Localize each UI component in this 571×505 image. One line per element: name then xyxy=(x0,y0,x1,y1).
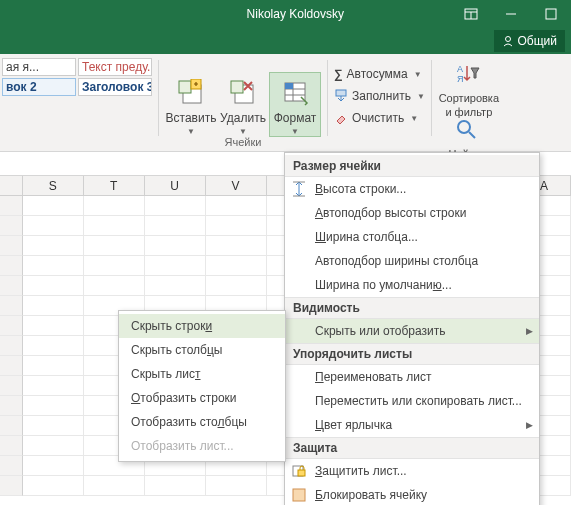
eraser-icon xyxy=(334,111,348,125)
title-bar: Nikolay Koldovsky xyxy=(0,0,571,28)
fill-button[interactable]: Заполнить ▼ xyxy=(334,86,425,106)
dropdown-arrow-icon: ▼ xyxy=(414,70,422,79)
hide-unhide-submenu: Скрыть строки Скрыть столбцы Скрыть лист… xyxy=(118,310,286,462)
cells-group-label: Ячейки xyxy=(225,136,262,148)
svg-rect-10 xyxy=(231,81,243,93)
svg-rect-25 xyxy=(293,489,305,501)
hide-unhide-item[interactable]: Скрыть или отобразить ▶ xyxy=(285,319,539,343)
insert-icon xyxy=(175,77,207,109)
style-cell[interactable]: вок 2 xyxy=(2,78,76,96)
share-button[interactable]: Общий xyxy=(494,30,566,52)
menu-group-title: Защита xyxy=(285,437,539,459)
autosum-button[interactable]: ∑ Автосумма ▼ xyxy=(334,64,422,84)
unhide-columns-item[interactable]: Отобразить столбцы xyxy=(119,410,285,434)
row-height-item[interactable]: Высота строки... xyxy=(285,177,539,201)
dropdown-arrow-icon: ▼ xyxy=(291,127,299,136)
style-cell[interactable]: Текст преду... xyxy=(78,58,152,76)
minimize-button[interactable] xyxy=(491,0,531,28)
editing-group: ∑ Автосумма ▼ Заполнить ▼ Очистить ▼ xyxy=(330,58,429,150)
ribbon-display-options-button[interactable] xyxy=(451,0,491,28)
unhide-rows-item[interactable]: Отобразить строки xyxy=(119,386,285,410)
lock-cell-item[interactable]: Блокировать ячейку xyxy=(285,483,539,505)
insert-button[interactable]: Вставить ▼ xyxy=(165,73,217,136)
svg-rect-4 xyxy=(546,9,556,19)
magnifier-icon xyxy=(455,118,483,146)
svg-rect-15 xyxy=(285,83,293,89)
lock-cell-icon xyxy=(291,487,307,503)
submenu-arrow-icon: ▶ xyxy=(526,420,533,430)
cells-group: Вставить ▼ Удалить ▼ Формат ▼ Ячейки xyxy=(161,58,325,150)
svg-rect-24 xyxy=(298,470,305,476)
hide-rows-item[interactable]: Скрыть строки xyxy=(119,314,285,338)
protect-icon xyxy=(291,463,307,479)
dropdown-arrow-icon: ▼ xyxy=(410,114,418,123)
format-dropdown-menu: Размер ячейки Высота строки... Автоподбо… xyxy=(284,152,540,505)
tab-color-item[interactable]: Цвет ярлычка ▶ xyxy=(285,413,539,437)
menu-group-title: Упорядочить листы xyxy=(285,343,539,365)
menu-group-title: Видимость xyxy=(285,297,539,319)
share-label: Общий xyxy=(518,34,558,48)
sigma-icon: ∑ xyxy=(334,67,343,81)
default-width-item[interactable]: Ширина по умолчанию... xyxy=(285,273,539,297)
svg-text:Я: Я xyxy=(457,74,464,84)
sort-filter-button[interactable]: AЯ Сортировка и фильтр xyxy=(438,62,500,118)
svg-rect-16 xyxy=(336,90,346,96)
submenu-arrow-icon: ▶ xyxy=(526,326,533,336)
sort-filter-icon: AЯ xyxy=(455,62,483,90)
autofit-row-height-item[interactable]: Автоподбор высоты строки xyxy=(285,201,539,225)
fill-down-icon xyxy=(334,89,348,103)
dropdown-arrow-icon: ▼ xyxy=(239,127,247,136)
hide-columns-item[interactable]: Скрыть столбцы xyxy=(119,338,285,362)
clear-button[interactable]: Очистить ▼ xyxy=(334,108,418,128)
dropdown-arrow-icon: ▼ xyxy=(417,92,425,101)
menu-group-title: Размер ячейки xyxy=(285,155,539,177)
column-header[interactable]: S xyxy=(23,176,84,195)
svg-point-5 xyxy=(505,37,510,42)
person-icon xyxy=(502,35,514,47)
style-cell[interactable]: ая я... xyxy=(2,58,76,76)
column-header[interactable]: V xyxy=(206,176,267,195)
rename-sheet-item[interactable]: Переименовать лист xyxy=(285,365,539,389)
share-bar: Общий xyxy=(0,28,571,54)
maximize-button[interactable] xyxy=(531,0,571,28)
style-cell[interactable]: Заголовок 3 xyxy=(78,78,152,96)
hide-sheet-item[interactable]: Скрыть лист xyxy=(119,362,285,386)
row-height-icon xyxy=(291,181,307,197)
username-label: Nikolay Koldovsky xyxy=(247,7,344,21)
svg-rect-7 xyxy=(179,81,191,93)
autofit-column-width-item[interactable]: Автоподбор ширины столбца xyxy=(285,249,539,273)
protect-sheet-item[interactable]: Защитить лист... xyxy=(285,459,539,483)
dropdown-arrow-icon: ▼ xyxy=(187,127,195,136)
column-width-item[interactable]: Ширина столбца... xyxy=(285,225,539,249)
format-icon xyxy=(279,77,311,109)
column-header[interactable]: U xyxy=(145,176,206,195)
sortfind-group: AЯ Сортировка и фильтр Найти и выделить xyxy=(434,58,504,150)
delete-icon xyxy=(227,77,259,109)
styles-group: ая я... Текст преду... вок 2 Заголовок 3 xyxy=(0,58,156,150)
format-button[interactable]: Формат ▼ xyxy=(269,72,321,137)
ribbon: ая я... Текст преду... вок 2 Заголовок 3… xyxy=(0,54,571,152)
svg-text:A: A xyxy=(457,64,463,74)
svg-line-20 xyxy=(469,132,475,138)
column-header[interactable]: T xyxy=(84,176,145,195)
move-copy-sheet-item[interactable]: Переместить или скопировать лист... xyxy=(285,389,539,413)
unhide-sheet-item: Отобразить лист... xyxy=(119,434,285,458)
delete-button[interactable]: Удалить ▼ xyxy=(217,73,269,136)
svg-point-19 xyxy=(458,121,470,133)
